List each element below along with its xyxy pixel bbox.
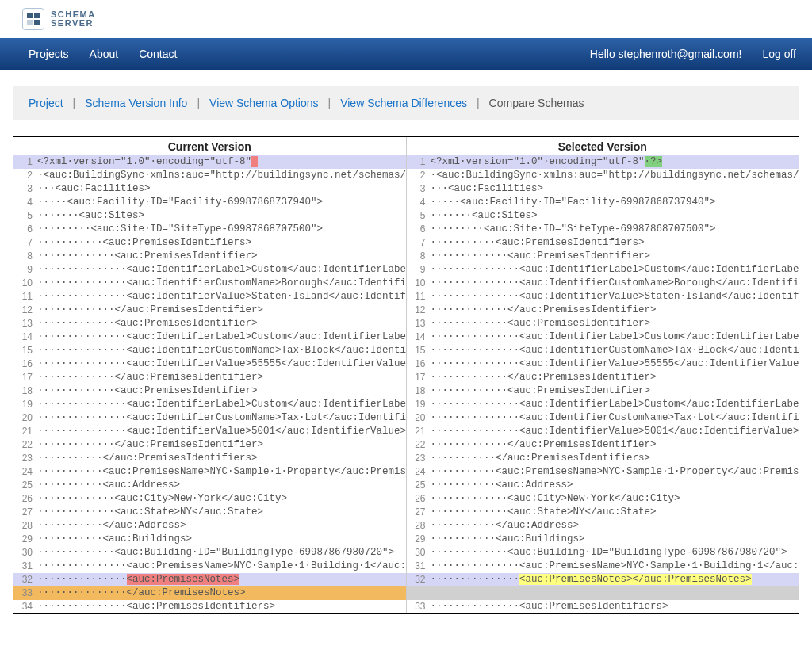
code-line[interactable]: 4·····<auc:Facility·ID="Facility-6998786… [13, 196, 406, 209]
nav-projects[interactable]: Projects [29, 48, 69, 60]
code-line[interactable]: 33···············</auc:PremisesNotes> [13, 586, 406, 600]
code-line[interactable]: 25···········<auc:Address> [407, 479, 799, 492]
code-line[interactable]: 7···········<auc:PremisesIdentifiers> [407, 236, 799, 250]
code-line[interactable]: 26·············<auc:City>New·York</auc:C… [407, 492, 799, 506]
line-number: 25 [407, 479, 431, 492]
code-line[interactable]: 11···············<auc:IdentifierValue>St… [407, 290, 799, 304]
code-line[interactable]: 15···············<auc:IdentifierCustomNa… [13, 344, 406, 357]
nav-about[interactable]: About [90, 48, 119, 60]
crumb-schema-version-info[interactable]: Schema Version Info [85, 97, 187, 109]
breadcrumb: Project | Schema Version Info | View Sch… [13, 86, 799, 120]
line-content: ·············</auc:PremisesIdentifier> [431, 371, 799, 384]
code-line[interactable]: 24···········<auc:PremisesName>NYC·Sampl… [13, 465, 406, 479]
crumb-view-schema-differences[interactable]: View Schema Differences [340, 97, 467, 109]
code-line[interactable]: 8·············<auc:PremisesIdentifier> [13, 250, 406, 263]
code-line[interactable]: 23···········</auc:PremisesIdentifiers> [407, 452, 799, 465]
code-line[interactable]: 34···············<auc:PremisesIdentifier… [13, 600, 406, 613]
code-line[interactable]: 2·<auc:BuildingSync·xmlns:auc="http://bu… [407, 169, 799, 182]
code-line[interactable]: 9···············<auc:IdentifierLabel>Cus… [407, 263, 799, 277]
code-line[interactable]: 24···········<auc:PremisesName>NYC·Sampl… [407, 465, 799, 479]
line-number: 22 [407, 438, 431, 452]
code-line[interactable]: 30·············<auc:Building·ID="Buildin… [407, 546, 799, 560]
code-line[interactable]: 10···············<auc:IdentifierCustomNa… [407, 277, 799, 290]
crumb-sep: | [197, 97, 200, 109]
code-line[interactable]: 10···············<auc:IdentifierCustomNa… [13, 277, 406, 290]
code-line[interactable]: 30·············<auc:Building·ID="Buildin… [13, 546, 406, 560]
code-line[interactable]: 20···············<auc:IdentifierCustomNa… [13, 411, 406, 425]
line-number: 13 [407, 317, 431, 330]
code-line[interactable]: 12·············</auc:PremisesIdentifier> [407, 304, 799, 317]
code-line[interactable]: 5·······<auc:Sites> [13, 209, 406, 223]
line-number: 28 [13, 519, 37, 533]
code-line[interactable]: 31···············<auc:PremisesName>NYC·S… [13, 560, 406, 573]
line-content: ···············<auc:IdentifierLabel>Cust… [37, 398, 406, 411]
code-line[interactable]: 6·········<auc:Site·ID="SiteType-6998786… [13, 223, 406, 236]
line-content: ···············<auc:IdentifierCustomName… [37, 411, 406, 425]
code-line[interactable]: 17·············</auc:PremisesIdentifier> [13, 371, 406, 384]
code-line[interactable]: 2·<auc:BuildingSync·xmlns:auc="http://bu… [13, 169, 406, 182]
code-line[interactable]: 28···········</auc:Address> [13, 519, 406, 533]
code-line[interactable]: 12·············</auc:PremisesIdentifier> [13, 304, 406, 317]
code-line[interactable]: 18·············<auc:PremisesIdentifier> [13, 384, 406, 398]
code-line[interactable]: 17·············</auc:PremisesIdentifier> [407, 371, 799, 384]
code-line[interactable]: 11···············<auc:IdentifierValue>St… [13, 290, 406, 304]
code-line[interactable] [407, 586, 799, 600]
code-line[interactable]: 32···············<auc:PremisesNotes></au… [407, 573, 799, 586]
line-number: 6 [13, 223, 37, 236]
code-line[interactable]: 9···············<auc:IdentifierLabel>Cus… [13, 263, 406, 277]
line-content: ·············<auc:PremisesIdentifier> [37, 317, 406, 330]
line-content: ···<auc:Facilities> [431, 182, 799, 196]
code-line[interactable]: 7···········<auc:PremisesIdentifiers> [13, 236, 406, 250]
code-line[interactable]: 3···<auc:Facilities> [13, 182, 406, 196]
code-line[interactable]: 21···············<auc:IdentifierValue>50… [13, 425, 406, 438]
code-line[interactable]: 1<?xml·version="1.0"·encoding="utf-8" [13, 155, 406, 169]
code-line[interactable]: 29···········<auc:Buildings> [13, 533, 406, 546]
code-line[interactable]: 8·············<auc:PremisesIdentifier> [407, 250, 799, 263]
line-content: ···············<auc:IdentifierValue>5555… [431, 357, 799, 371]
crumb-project[interactable]: Project [29, 97, 63, 109]
code-line[interactable]: 13·············<auc:PremisesIdentifier> [407, 317, 799, 330]
code-line[interactable]: 18·············<auc:PremisesIdentifier> [407, 384, 799, 398]
code-line[interactable]: 16···············<auc:IdentifierValue>55… [13, 357, 406, 371]
crumb-view-schema-options[interactable]: View Schema Options [209, 97, 318, 109]
code-line[interactable]: 27·············<auc:State>NY</auc:State> [407, 506, 799, 519]
diff-right-lines[interactable]: 1<?xml·version="1.0"·encoding="utf-8"·?>… [407, 155, 799, 613]
code-line[interactable]: 26·············<auc:City>New·York</auc:C… [13, 492, 406, 506]
line-number: 2 [13, 169, 37, 182]
code-line[interactable]: 4·····<auc:Facility·ID="Facility-6998786… [407, 196, 799, 209]
code-line[interactable]: 5·······<auc:Sites> [407, 209, 799, 223]
line-content: ···········</auc:PremisesIdentifiers> [431, 452, 799, 465]
line-content: ···············<auc:PremisesIdentifiers> [431, 600, 799, 613]
code-line[interactable]: 29···········<auc:Buildings> [407, 533, 799, 546]
code-line[interactable]: 25···········<auc:Address> [13, 479, 406, 492]
nav-contact[interactable]: Contact [139, 48, 177, 60]
diff-left-pane: Current Version 1<?xml·version="1.0"·enc… [13, 137, 406, 613]
line-number: 1 [13, 155, 37, 169]
line-number: 11 [13, 290, 37, 304]
line-content: ···············<auc:PremisesName>NYC·Sam… [431, 560, 799, 573]
code-line[interactable]: 22·············</auc:PremisesIdentifier> [407, 438, 799, 452]
logo[interactable]: SCHEMA SERVER [22, 8, 790, 30]
code-line[interactable]: 15···············<auc:IdentifierCustomNa… [407, 344, 799, 357]
line-content: ···············<auc:IdentifierLabel>Cust… [37, 330, 406, 344]
code-line[interactable]: 21···············<auc:IdentifierValue>50… [407, 425, 799, 438]
code-line[interactable]: 22·············</auc:PremisesIdentifier> [13, 438, 406, 452]
code-line[interactable]: 27·············<auc:State>NY</auc:State> [13, 506, 406, 519]
code-line[interactable]: 23···········</auc:PremisesIdentifiers> [13, 452, 406, 465]
code-line[interactable]: 19···············<auc:IdentifierLabel>Cu… [407, 398, 799, 411]
code-line[interactable]: 1<?xml·version="1.0"·encoding="utf-8"·?> [407, 155, 799, 169]
code-line[interactable]: 20···············<auc:IdentifierCustomNa… [407, 411, 799, 425]
code-line[interactable]: 14···············<auc:IdentifierLabel>Cu… [407, 330, 799, 344]
code-line[interactable]: 31···············<auc:PremisesName>NYC·S… [407, 560, 799, 573]
code-line[interactable]: 19···············<auc:IdentifierLabel>Cu… [13, 398, 406, 411]
diff-left-lines[interactable]: 1<?xml·version="1.0"·encoding="utf-8" 2·… [13, 155, 406, 613]
code-line[interactable]: 13·············<auc:PremisesIdentifier> [13, 317, 406, 330]
code-line[interactable]: 16···············<auc:IdentifierValue>55… [407, 357, 799, 371]
code-line[interactable]: 14···············<auc:IdentifierLabel>Cu… [13, 330, 406, 344]
code-line[interactable]: 32···············<auc:PremisesNotes> [13, 573, 406, 586]
code-line[interactable]: 33···············<auc:PremisesIdentifier… [407, 600, 799, 613]
code-line[interactable]: 3···<auc:Facilities> [407, 182, 799, 196]
code-line[interactable]: 6·········<auc:Site·ID="SiteType-6998786… [407, 223, 799, 236]
code-line[interactable]: 28···········</auc:Address> [407, 519, 799, 533]
nav-logoff[interactable]: Log off [762, 48, 796, 60]
